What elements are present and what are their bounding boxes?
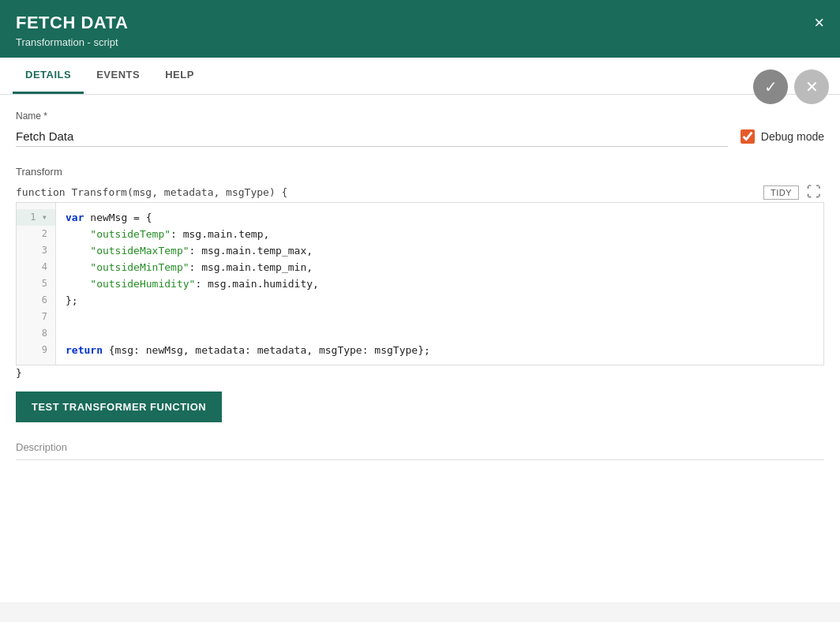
line-numbers: 1 ▾ 2 3 4 5 6 7 8 9 xyxy=(17,203,56,365)
toolbar-right: TIDY ⛶ xyxy=(763,184,824,200)
debug-checkbox[interactable] xyxy=(741,129,755,144)
name-input[interactable] xyxy=(16,126,728,147)
transform-label: Transform xyxy=(16,166,824,178)
code-line-4: "outsideMinTemp": msg.main.temp_min, xyxy=(66,259,814,275)
code-line-3: "outsideMaxTemp": msg.main.temp_max, xyxy=(66,242,814,259)
tab-help[interactable]: HELP xyxy=(152,58,207,94)
tab-events[interactable]: EVENTS xyxy=(84,58,152,94)
header-title: FETCH DATA xyxy=(16,13,824,33)
line-num-9: 9 xyxy=(17,342,55,358)
expand-button[interactable]: ⛶ xyxy=(804,184,824,200)
tidy-button[interactable]: TIDY xyxy=(763,185,799,200)
description-label: Description xyxy=(16,441,824,453)
debug-label: Debug mode xyxy=(761,130,824,143)
confirm-button[interactable]: ✓ xyxy=(753,69,788,104)
expand-icon: ⛶ xyxy=(807,184,821,200)
code-line-1: var newMsg = { xyxy=(66,209,814,226)
code-editor: 1 ▾ 2 3 4 5 6 7 8 9 var newMsg = { "outs… xyxy=(16,202,824,365)
code-line-9: return {msg: newMsg, metadata: metadata,… xyxy=(66,342,814,358)
debug-mode-container: Debug mode xyxy=(741,129,824,144)
close-button[interactable]: × xyxy=(814,14,824,32)
description-divider xyxy=(16,459,824,460)
code-line-2: "outsideTemp": msg.main.temp, xyxy=(66,226,814,242)
line-num-2: 2 xyxy=(17,226,55,242)
line-num-4: 4 xyxy=(17,259,55,275)
header-subtitle: Transformation - script xyxy=(16,36,824,48)
header: FETCH DATA Transformation - script × xyxy=(0,0,840,58)
name-row: Debug mode xyxy=(16,126,824,147)
line-num-1: 1 ▾ xyxy=(17,209,55,226)
function-signature-row: function Transform(msg, metadata, msgTyp… xyxy=(16,184,824,200)
line-num-8: 8 xyxy=(17,325,55,342)
cancel-button[interactable]: ✕ xyxy=(794,69,829,104)
line-num-7: 7 xyxy=(17,309,55,325)
action-buttons: ✓ ✕ xyxy=(753,69,829,104)
cancel-icon: ✕ xyxy=(805,77,819,96)
code-content[interactable]: var newMsg = { "outsideTemp": msg.main.t… xyxy=(56,203,823,365)
function-signature-text: function Transform(msg, metadata, msgTyp… xyxy=(16,186,287,198)
tab-details[interactable]: DETAILS xyxy=(13,58,84,94)
description-section: Description xyxy=(16,441,824,460)
line-num-3: 3 xyxy=(17,242,55,259)
code-line-6: }; xyxy=(66,292,814,309)
check-icon: ✓ xyxy=(764,77,778,96)
closing-brace: } xyxy=(16,367,824,379)
code-line-5: "outsideHumidity": msg.main.humidity, xyxy=(66,275,814,292)
line-num-5: 5 xyxy=(17,275,55,292)
name-label: Name * xyxy=(16,111,824,122)
code-line-8 xyxy=(66,325,814,342)
code-line-7 xyxy=(66,309,814,325)
tabs: DETAILS EVENTS HELP xyxy=(0,58,840,95)
test-transformer-button[interactable]: TEST TRANSFORMER FUNCTION xyxy=(16,392,222,422)
transform-section: Transform function Transform(msg, metada… xyxy=(16,166,824,379)
content: Name * Debug mode Transform function Tra… xyxy=(0,95,840,602)
name-section: Name * Debug mode xyxy=(16,111,824,147)
line-num-6: 6 xyxy=(17,292,55,309)
